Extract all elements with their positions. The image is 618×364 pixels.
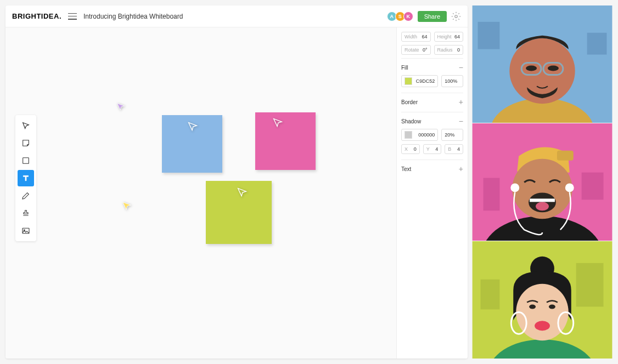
svg-rect-1	[23, 158, 29, 164]
svg-point-20	[536, 202, 549, 211]
properties-panel: Width64 Height64 Rotate0° Radius0 Fill− …	[396, 27, 468, 359]
svg-point-32	[535, 321, 550, 331]
shape-tool[interactable]	[18, 152, 34, 169]
shadow-x-field[interactable]: X0	[401, 144, 420, 154]
collapse-icon: −	[459, 117, 463, 126]
collapse-icon: −	[459, 63, 463, 72]
cursor-icon	[187, 121, 199, 133]
fill-color-field[interactable]: C9DC52	[401, 75, 438, 87]
fill-swatch	[404, 77, 412, 85]
image-tool[interactable]	[18, 223, 34, 239]
video-participant-3[interactable]	[472, 241, 613, 359]
avatar[interactable]: K	[403, 12, 413, 21]
svg-point-23	[565, 183, 574, 192]
rotate-field[interactable]: Rotate0°	[401, 45, 431, 55]
video-participant-1[interactable]	[472, 5, 613, 123]
cursor-icon	[236, 186, 248, 198]
whiteboard-app: BRIGHTIDEA. Introducing Brightidea White…	[5, 5, 468, 359]
shadow-section-header[interactable]: Shadow−	[401, 117, 463, 126]
document-title: Introducing Brightidea Whiteboard	[83, 13, 183, 20]
remote-cursor-yellow	[121, 200, 133, 212]
menu-icon[interactable]	[68, 13, 77, 20]
svg-point-31	[549, 304, 555, 309]
width-field[interactable]: Width64	[401, 32, 431, 42]
shadow-b-field[interactable]: B4	[445, 144, 463, 154]
sticky-note-blue[interactable]	[162, 115, 222, 173]
canvas[interactable]	[5, 27, 396, 359]
sticky-note-pink[interactable]	[255, 112, 316, 170]
logo: BRIGHTIDEA.	[12, 12, 61, 20]
svg-rect-17	[557, 151, 574, 161]
fill-opacity-field[interactable]: 100%	[441, 75, 463, 87]
svg-point-0	[455, 15, 458, 18]
svg-rect-15	[582, 173, 604, 200]
svg-rect-25	[576, 263, 604, 307]
svg-rect-14	[484, 178, 500, 211]
svg-rect-5	[478, 22, 500, 49]
sticky-tool[interactable]	[18, 135, 34, 151]
video-participant-2[interactable]	[472, 123, 613, 241]
svg-point-10	[548, 65, 559, 71]
svg-rect-6	[587, 33, 607, 55]
tool-palette	[15, 115, 36, 241]
settings-icon[interactable]	[451, 12, 461, 21]
pen-tool[interactable]	[18, 187, 34, 204]
shadow-opacity-field[interactable]: 20%	[441, 129, 463, 141]
shadow-swatch	[404, 131, 412, 139]
share-button[interactable]: Share	[418, 11, 447, 22]
shadow-color-field[interactable]: 000000	[401, 129, 438, 141]
fill-section-header[interactable]: Fill−	[401, 63, 463, 72]
select-tool[interactable]	[18, 117, 34, 134]
top-bar: BRIGHTIDEA. Introducing Brightidea White…	[5, 5, 468, 27]
svg-rect-26	[481, 280, 500, 310]
text-section-header[interactable]: Text+	[401, 164, 463, 173]
svg-point-9	[526, 65, 537, 71]
presence-avatars: A S K	[389, 12, 413, 21]
remote-cursor-purple	[115, 101, 126, 112]
stamp-tool[interactable]	[18, 205, 34, 221]
svg-point-30	[529, 304, 536, 309]
workspace: Width64 Height64 Rotate0° Radius0 Fill− …	[5, 27, 468, 359]
svg-rect-21	[530, 198, 555, 202]
expand-icon: +	[459, 164, 463, 173]
video-sidebar	[472, 5, 613, 359]
shadow-y-field[interactable]: Y4	[423, 144, 442, 154]
radius-field[interactable]: Radius0	[434, 45, 464, 55]
topbar-right: A S K Share	[389, 11, 461, 22]
expand-icon: +	[459, 98, 463, 106]
svg-point-8	[509, 38, 575, 104]
height-field[interactable]: Height64	[434, 32, 464, 42]
cursor-icon	[272, 117, 284, 129]
sticky-note-green[interactable]	[206, 181, 272, 244]
border-section-header[interactable]: Border+	[401, 98, 463, 106]
text-tool[interactable]	[18, 170, 34, 186]
svg-point-22	[510, 183, 519, 192]
